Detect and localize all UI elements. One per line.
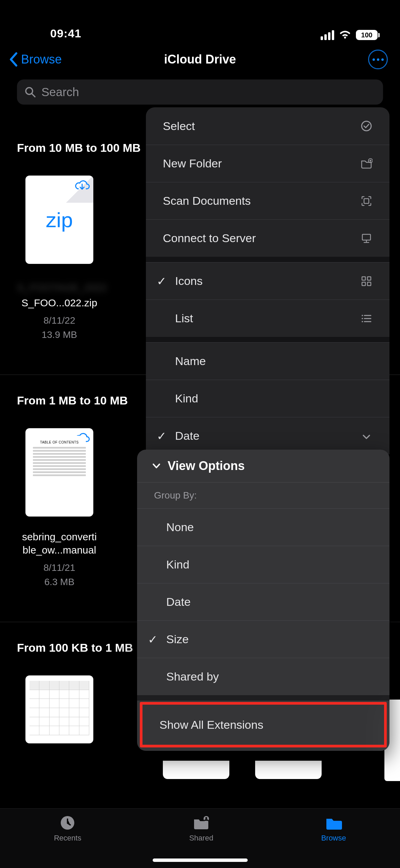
check-circle-icon — [360, 120, 373, 132]
svg-point-12 — [362, 321, 363, 322]
chevron-left-icon — [9, 52, 18, 67]
svg-point-10 — [362, 315, 363, 316]
chevron-down-icon — [360, 431, 373, 443]
file-thumbnail-row — [163, 761, 322, 779]
svg-rect-7 — [367, 277, 371, 280]
server-icon — [360, 232, 373, 245]
folder-icon — [324, 815, 343, 831]
shared-folder-icon — [192, 815, 210, 831]
tab-browse[interactable]: Browse — [321, 815, 346, 868]
menu-select[interactable]: Select — [146, 107, 389, 145]
menu-connect-server[interactable]: Connect to Server — [146, 219, 389, 257]
group-none[interactable]: None — [137, 508, 389, 546]
tab-recents[interactable]: Recents — [54, 815, 81, 868]
status-bar: 09:41 100 — [0, 0, 400, 44]
search-input[interactable]: Search — [17, 79, 383, 105]
scan-icon — [360, 195, 373, 207]
more-button[interactable] — [368, 50, 388, 69]
folder-plus-icon — [360, 158, 373, 170]
wifi-icon — [339, 30, 351, 40]
show-all-extensions[interactable]: Show All Extensions — [142, 705, 384, 745]
svg-point-15 — [205, 817, 207, 819]
svg-rect-5 — [362, 234, 370, 240]
svg-rect-6 — [362, 277, 365, 280]
svg-line-1 — [32, 94, 35, 97]
group-size[interactable]: ✓ Size — [137, 620, 389, 658]
back-label: Browse — [21, 52, 62, 67]
file-size: 6.3 MB — [17, 575, 102, 589]
zip-badge: zip — [25, 208, 93, 232]
svg-point-2 — [362, 121, 371, 131]
file-size: 13.9 MB — [17, 328, 102, 342]
back-button[interactable]: Browse — [9, 52, 62, 67]
file-thumbnail: TABLE OF CONTENTS — [25, 428, 93, 517]
menu-view-list[interactable]: List — [146, 300, 389, 337]
status-right: 100 — [321, 30, 380, 40]
highlight-box: Show All Extensions — [140, 702, 387, 747]
menu-sort-name[interactable]: Name — [146, 342, 389, 380]
tab-bar: Recents Shared Browse — [0, 808, 400, 868]
search-icon — [24, 86, 36, 98]
group-by-label: Group By: — [137, 482, 389, 508]
svg-rect-4 — [364, 199, 369, 203]
cloud-download-icon — [74, 179, 90, 191]
home-indicator — [153, 858, 248, 862]
file-date: 8/11/22 — [17, 313, 102, 328]
file-date: 8/11/21 — [17, 561, 102, 575]
svg-point-11 — [362, 318, 363, 319]
group-kind[interactable]: Kind — [137, 546, 389, 583]
file-item[interactable]: zip S_FOOTAGE_2022 S_FOO...022.zip 8/11/… — [17, 176, 102, 342]
more-menu: Select New Folder Scan Documents Connect… — [146, 107, 389, 454]
group-date[interactable]: Date — [137, 583, 389, 620]
battery-icon: 100 — [356, 30, 380, 40]
file-name: S_FOO...022.zip — [17, 296, 102, 309]
grid-icon — [360, 275, 373, 287]
file-name: sebring_converti — [17, 530, 102, 543]
menu-sort-kind[interactable]: Kind — [146, 380, 389, 417]
ellipsis-icon — [373, 58, 384, 61]
file-item[interactable]: TABLE OF CONTENTS sebring_converti ble_o… — [17, 428, 102, 589]
menu-scan-documents[interactable]: Scan Documents — [146, 182, 389, 219]
search-placeholder: Search — [41, 85, 79, 99]
clock-icon — [58, 815, 77, 831]
list-icon — [360, 312, 373, 325]
checkmark-icon: ✓ — [144, 633, 161, 646]
chevron-down-icon — [151, 461, 161, 471]
file-item[interactable] — [17, 675, 102, 743]
file-name: ble_ow...manual — [17, 543, 102, 557]
menu-view-icons[interactable]: ✓ Icons — [146, 262, 389, 300]
menu-sort-date[interactable]: ✓ Date — [146, 417, 389, 454]
svg-rect-9 — [367, 282, 371, 286]
view-options-menu: View Options Group By: None Kind Date ✓ … — [137, 450, 389, 751]
checkmark-icon: ✓ — [153, 274, 170, 288]
file-name: S_FOOTAGE_2022 — [17, 281, 102, 294]
nav-header: Browse iCloud Drive — [0, 44, 400, 75]
view-options-header[interactable]: View Options — [137, 450, 389, 482]
file-thumbnail — [25, 675, 93, 743]
file-thumbnail: zip — [25, 176, 93, 264]
svg-rect-8 — [362, 282, 365, 286]
menu-new-folder[interactable]: New Folder — [146, 145, 389, 182]
group-shared-by[interactable]: Shared by — [137, 658, 389, 695]
cellular-signal-icon — [321, 30, 334, 40]
status-time: 09:41 — [50, 27, 81, 40]
checkmark-icon: ✓ — [153, 429, 170, 443]
